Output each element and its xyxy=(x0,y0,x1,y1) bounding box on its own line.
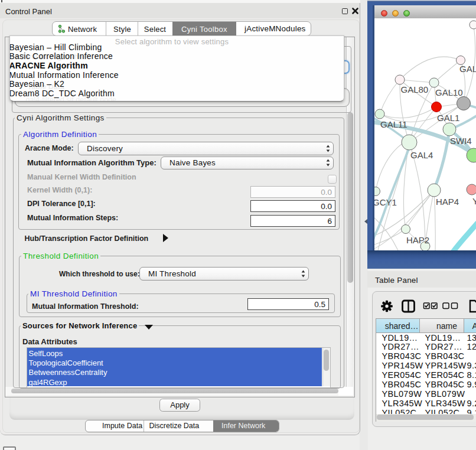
svg-text:HAP4: HAP4 xyxy=(436,197,459,207)
svg-text:HAP2: HAP2 xyxy=(406,235,429,245)
svg-text:SWI4: SWI4 xyxy=(450,136,472,146)
svg-text:YM: YM xyxy=(472,196,476,206)
svg-text:GCY1: GCY1 xyxy=(374,197,397,207)
svg-text:GAL11: GAL11 xyxy=(380,119,407,129)
svg-text:GAL4: GAL4 xyxy=(410,150,433,160)
svg-text:GAL1: GAL1 xyxy=(437,113,459,123)
svg-text:GAL7: GAL7 xyxy=(459,64,476,74)
svg-text:GAL80: GAL80 xyxy=(401,84,429,94)
svg-text:GAL10: GAL10 xyxy=(435,87,463,97)
